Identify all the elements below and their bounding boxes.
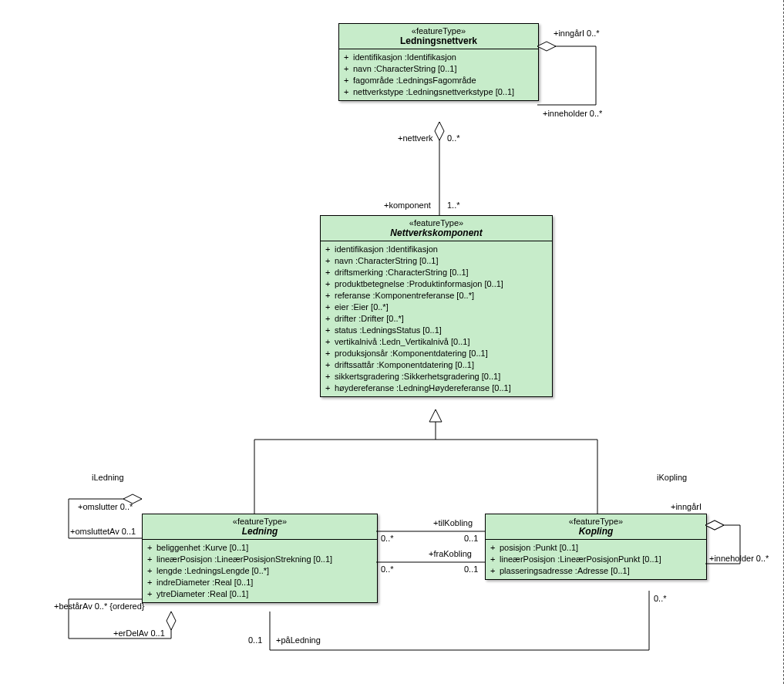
- class-ledning: «featureType» Ledning +beliggenhet :Kurv…: [142, 514, 378, 603]
- class-body: +identifikasjon :Identifikasjon +navn :C…: [339, 49, 538, 100]
- stereotype: «featureType»: [490, 517, 702, 526]
- label-fra-mult-r: 0..1: [464, 564, 478, 574]
- svg-marker-12: [705, 521, 724, 530]
- label-paledning: +påLedning: [276, 635, 321, 645]
- label-komponent-mult: 1..*: [447, 200, 460, 210]
- class-nettverkskomponent: «featureType» Nettverkskomponent +identi…: [320, 215, 553, 397]
- class-body: +posisjon :Punkt [0..1] +lineærPosisjon …: [486, 540, 706, 579]
- class-body: +beliggenhet :Kurve [0..1] +lineærPosisj…: [143, 540, 377, 602]
- label-omsluttetav: +omsluttetAv 0..1: [70, 527, 136, 536]
- svg-marker-13: [705, 521, 724, 530]
- svg-marker-2: [435, 122, 444, 140]
- class-name: Ledningsnettverk: [344, 35, 533, 46]
- label-nettverk-mult: 0..*: [447, 133, 460, 143]
- label-erdelav: +erDelAv 0..1: [113, 628, 165, 638]
- label-paledning-rmult: 0..*: [654, 594, 667, 603]
- label-til-mult-l: 0..*: [381, 534, 394, 543]
- label-inneholder-top: +inneholder 0..*: [543, 109, 602, 118]
- label-nettverk: +nettverk: [398, 133, 433, 143]
- svg-marker-11: [167, 612, 176, 630]
- label-komponent: +komponent: [384, 200, 431, 210]
- svg-marker-4: [429, 409, 442, 422]
- stereotype: «featureType»: [147, 517, 372, 526]
- class-ledningsnettverk: «featureType» Ledningsnettverk +identifi…: [338, 23, 539, 101]
- label-inngari-top: +inngårI 0..*: [554, 29, 600, 38]
- label-paledning-mult: 0..1: [248, 635, 262, 645]
- label-omslutter: +omslutter 0..*: [78, 502, 133, 511]
- label-inngari-r: +inngårI: [671, 502, 702, 511]
- label-ikopling: iKopling: [657, 473, 687, 482]
- label-iledning: iLedning: [92, 473, 124, 482]
- class-body: +identifikasjon :Identifikasjon +navn :C…: [321, 241, 552, 396]
- label-til-mult-r: 0..1: [464, 534, 478, 543]
- class-name: Nettverkskomponent: [325, 227, 547, 238]
- label-tilkobling: +tilKobling: [433, 518, 473, 527]
- label-bestarav: +bestårAv 0..* {ordered}: [54, 601, 145, 611]
- class-name: Ledning: [147, 526, 372, 537]
- label-inneholder-r: +inneholder 0..*: [709, 554, 769, 563]
- svg-marker-0: [537, 42, 556, 51]
- label-fra-mult-l: 0..*: [381, 564, 394, 574]
- label-frakobling: +fraKobling: [429, 549, 472, 558]
- class-name: Kopling: [490, 526, 702, 537]
- stereotype: «featureType»: [344, 26, 533, 35]
- stereotype: «featureType»: [325, 218, 547, 227]
- class-kopling: «featureType» Kopling +posisjon :Punkt […: [485, 514, 707, 580]
- uml-diagram: «featureType» Ledningsnettverk +identifi…: [0, 0, 784, 684]
